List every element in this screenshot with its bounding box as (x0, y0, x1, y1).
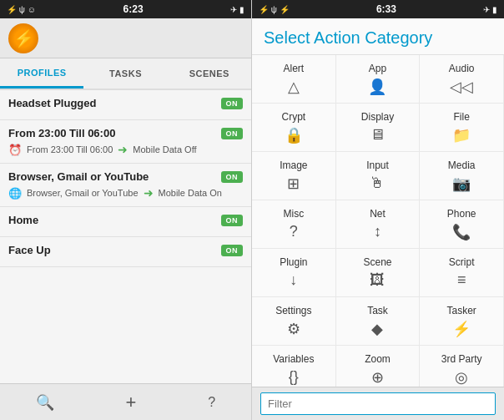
right-status-icons: ⚡ ψ ⚡ (259, 5, 290, 14)
left-time: 6:23 (123, 3, 144, 15)
dialog-title: Select Action Category (264, 28, 492, 48)
profile-faceup[interactable]: Face Up ON (0, 237, 251, 267)
category-file[interactable]: File📁 (420, 104, 504, 152)
profile-list: Headset Plugged ON From 23:00 Till 06:00… (0, 90, 251, 383)
category-label: Variables (273, 353, 314, 365)
category-label: File (453, 111, 469, 123)
category-label: Net (370, 208, 386, 220)
category-label: Plugin (280, 256, 307, 268)
status-bar-right: ⚡ ψ ⚡ 6:33 ✈ ▮ (252, 0, 504, 18)
profile-name-browser: Browser, Gmail or YouTube (8, 170, 149, 183)
zoom-icon: ⊕ (371, 368, 384, 387)
phone-icon: 📞 (452, 223, 471, 241)
category-script[interactable]: Script≡ (420, 249, 504, 297)
image-icon: ⊞ (287, 175, 300, 193)
tab-bar: PROFILES TASKS SCENES (0, 58, 251, 90)
category-label: 3rd Party (441, 353, 482, 365)
profile-home[interactable]: Home ON (0, 207, 251, 237)
filter-input[interactable] (260, 392, 496, 415)
file-icon: 📁 (452, 126, 471, 144)
category-app[interactable]: App👤 (336, 55, 421, 104)
toggle-browser[interactable]: ON (221, 171, 244, 183)
misc-icon: ? (290, 223, 298, 240)
category-media[interactable]: Media📷 (420, 152, 504, 200)
category-label: Media (448, 159, 476, 171)
tasker-icon: ⚡ (452, 320, 471, 338)
category-settings[interactable]: Settings⚙ (252, 297, 336, 346)
category-input[interactable]: Input🖱 (336, 152, 421, 200)
profile-name-time: From 23:00 Till 06:00 (8, 127, 115, 139)
dialog-header: Select Action Category (252, 18, 504, 55)
category-audio[interactable]: Audio◁◁ (420, 55, 504, 104)
profile-time[interactable]: From 23:00 Till 06:00 ON ⏰ From 23:00 Ti… (0, 120, 251, 164)
detail-action-time: Mobile Data Off (133, 144, 196, 154)
category-image[interactable]: Image⊞ (252, 152, 336, 200)
category-label: Phone (447, 208, 476, 220)
category-display[interactable]: Display🖥 (336, 104, 421, 152)
category-label: Display (361, 111, 394, 123)
category-phone[interactable]: Phone📞 (420, 200, 504, 249)
profile-headset[interactable]: Headset Plugged ON (0, 90, 251, 120)
category-label: Tasker (446, 305, 476, 316)
arrow-icon-time: ➜ (118, 143, 128, 156)
profile-name-headset: Headset Plugged (8, 97, 96, 109)
right-right-icons: ✈ ▮ (483, 5, 497, 14)
category-label: Input (366, 159, 389, 171)
tab-profiles[interactable]: PROFILES (0, 58, 83, 89)
category-grid: Alert△App👤Audio◁◁Crypt🔒Display🖥File📁Imag… (252, 55, 504, 387)
plugin-icon: ↓ (290, 271, 297, 289)
category-label: Script (449, 256, 475, 268)
tab-scenes[interactable]: SCENES (168, 58, 251, 89)
category-label: Settings (275, 305, 311, 316)
app-icon: 👤 (368, 78, 386, 96)
left-right-icons: ✈ ▮ (230, 5, 244, 14)
category-variables[interactable]: Variables{} (252, 346, 336, 387)
category-task[interactable]: Task◆ (336, 297, 421, 346)
category-3rd-party[interactable]: 3rd Party◎ (420, 346, 504, 387)
detail-text-browser: Browser, Gmail or YouTube (27, 188, 139, 198)
clock-icon: ⏰ (8, 144, 22, 156)
category-net[interactable]: Net↕ (336, 200, 421, 249)
tab-tasks[interactable]: TASKS (83, 58, 167, 89)
globe-icon: 🌐 (8, 187, 22, 200)
toggle-faceup[interactable]: ON (221, 245, 244, 256)
add-icon[interactable]: + (126, 392, 137, 413)
net-icon: ↕ (374, 223, 381, 240)
category-label: Audio (449, 63, 475, 74)
app-header: ⚡ (0, 18, 251, 58)
category-zoom[interactable]: Zoom⊕ (336, 346, 421, 387)
app-logo: ⚡ (8, 23, 38, 53)
crypt-icon: 🔒 (285, 126, 303, 144)
bottom-bar-left: 🔍 + ? (0, 383, 251, 420)
category-label: Misc (283, 208, 304, 220)
category-label: Image (280, 159, 307, 171)
settings-icon: ⚙ (287, 320, 300, 338)
toggle-time[interactable]: ON (221, 128, 244, 139)
category-label: Task (367, 305, 388, 316)
profile-browser[interactable]: Browser, Gmail or YouTube ON 🌐 Browser, … (0, 164, 251, 207)
category-scene[interactable]: Scene🖼 (336, 249, 421, 297)
alert-icon: △ (288, 78, 300, 96)
category-label: Zoom (365, 353, 391, 365)
category-alert[interactable]: Alert△ (252, 55, 336, 104)
status-bar-left: ⚡ ψ ☺ 6:23 ✈ ▮ (0, 0, 251, 18)
script-icon: ≡ (457, 271, 466, 289)
task-icon: ◆ (371, 320, 383, 338)
left-panel: ⚡ ψ ☺ 6:23 ✈ ▮ ⚡ PROFILES TASKS SCENES H… (0, 0, 252, 420)
scene-icon: 🖼 (370, 271, 385, 289)
3rd party-icon: ◎ (455, 368, 468, 387)
category-plugin[interactable]: Plugin↓ (252, 249, 336, 297)
toggle-headset[interactable]: ON (221, 98, 244, 109)
input-icon: 🖱 (370, 175, 385, 192)
help-icon[interactable]: ? (208, 395, 215, 410)
audio-icon: ◁◁ (450, 78, 473, 96)
arrow-icon-browser: ➜ (144, 186, 154, 200)
search-icon[interactable]: 🔍 (36, 393, 54, 412)
category-crypt[interactable]: Crypt🔒 (252, 104, 336, 152)
category-misc[interactable]: Misc? (252, 200, 336, 249)
category-tasker[interactable]: Tasker⚡ (420, 297, 504, 346)
profile-name-faceup: Face Up (8, 244, 51, 256)
category-label: Alert (283, 63, 304, 74)
toggle-home[interactable]: ON (221, 215, 244, 226)
variables-icon: {} (289, 368, 299, 386)
